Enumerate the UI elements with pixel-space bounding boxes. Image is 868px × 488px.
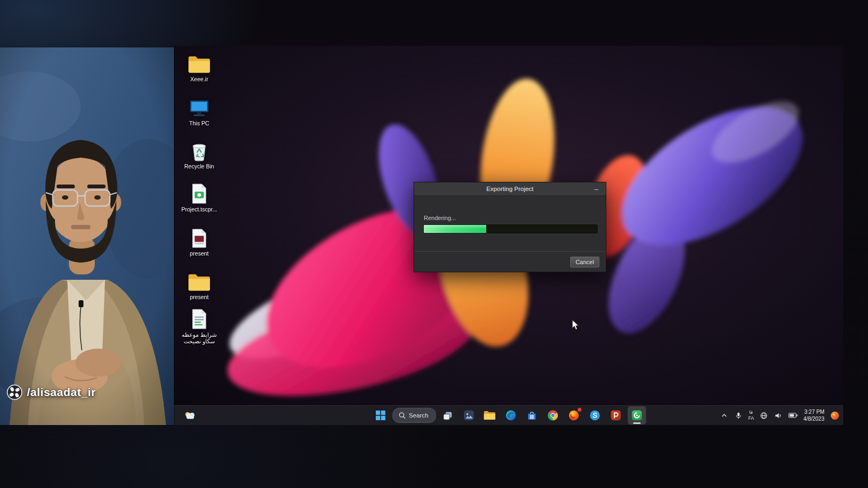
start-button[interactable]: [371, 406, 389, 425]
desktop-icon-project-file[interactable]: Project.tscpr...: [178, 183, 220, 213]
folder-icon: [187, 271, 211, 292]
document-icon: [191, 308, 208, 330]
cancel-button[interactable]: Cancel: [570, 257, 599, 267]
channel-logo-icon: [6, 384, 23, 400]
folder-icon: [187, 53, 211, 74]
presenter-video: [0, 47, 174, 425]
desktop-screen: Xeee.ir This PC Recycle Bin Project.tscp…: [174, 46, 843, 425]
minimize-button[interactable]: –: [591, 182, 601, 195]
recycle-bin-icon: [190, 140, 208, 161]
media-file-icon: [191, 227, 208, 249]
language-layout: فا: [750, 409, 753, 415]
icon-label: شرایط موعظه سکاو نصیحت: [178, 331, 220, 345]
desktop-icon-this-pc[interactable]: This PC: [178, 97, 220, 126]
battery-icon[interactable]: [788, 406, 799, 425]
language-indicator[interactable]: فا FA: [748, 409, 754, 421]
rendering-status-label: Rendering...: [424, 215, 456, 221]
progress-fill: [424, 225, 486, 233]
desktop-icon-recycle-bin[interactable]: Recycle Bin: [178, 140, 220, 169]
desktop-icon-persian-doc[interactable]: شرایط موعظه سکاو نصیحت: [178, 308, 220, 345]
chrome-browser-icon[interactable]: [544, 406, 562, 425]
edge-browser-icon[interactable]: [502, 406, 520, 425]
icon-label: Recycle Bin: [184, 163, 214, 169]
icon-label: This PC: [189, 120, 209, 126]
dialog-divider: [414, 251, 606, 252]
tray-date: 4/8/2023: [803, 416, 824, 422]
exporting-project-dialog: Exporting Project – Rendering... Cancel: [414, 182, 606, 272]
render-progress-bar: [423, 224, 598, 234]
monitor-icon: [188, 97, 211, 118]
channel-watermark: /alisaadat_ir: [6, 384, 96, 400]
camtasia-app-icon[interactable]: [628, 406, 646, 425]
firefox-browser-icon[interactable]: [565, 406, 583, 425]
icon-label: present: [190, 294, 208, 300]
icon-label: Project.tscpr...: [181, 206, 218, 213]
tray-time: 3:27 PM: [804, 409, 824, 415]
skype-app-icon[interactable]: [586, 406, 604, 425]
icon-label: Xeee.ir: [190, 76, 208, 82]
desktop-icon-xeee-folder[interactable]: Xeee.ir: [178, 53, 220, 82]
file-explorer-icon[interactable]: [481, 406, 499, 425]
desktop-icon-present-folder[interactable]: present: [178, 271, 220, 300]
tray-microphone-icon[interactable]: [734, 406, 744, 425]
powerpoint-app-icon[interactable]: [607, 406, 625, 425]
icon-label: present: [190, 250, 208, 257]
dialog-title: Exporting Project: [486, 186, 534, 192]
volume-icon[interactable]: [773, 406, 783, 425]
task-view-icon[interactable]: [439, 406, 457, 425]
weather-widget-icon[interactable]: [180, 406, 199, 425]
microsoft-store-icon[interactable]: [523, 406, 541, 425]
tray-chevron-up-icon[interactable]: [719, 406, 729, 425]
mouse-cursor: [571, 319, 580, 331]
taskbar: Search: [174, 405, 843, 425]
tray-notification-badge[interactable]: [829, 406, 840, 425]
video-frame: Xeee.ir This PC Recycle Bin Project.tscp…: [0, 0, 868, 488]
language-code: FA: [748, 415, 754, 421]
presenter-webcam: /alisaadat_ir: [0, 47, 174, 425]
clock[interactable]: 3:27 PM 4/8/2023: [803, 408, 824, 422]
search-box[interactable]: Search: [392, 408, 436, 423]
project-file-icon: [191, 183, 208, 204]
network-icon[interactable]: [759, 406, 768, 425]
watermark-handle: /alisaadat_ir: [27, 386, 96, 399]
desktop-icon-present-file[interactable]: present: [178, 227, 220, 257]
search-icon: [398, 412, 405, 419]
dialog-titlebar[interactable]: Exporting Project –: [414, 182, 606, 196]
photos-app-icon[interactable]: [460, 406, 478, 425]
notification-dot: [577, 407, 582, 412]
search-label: Search: [409, 412, 428, 419]
